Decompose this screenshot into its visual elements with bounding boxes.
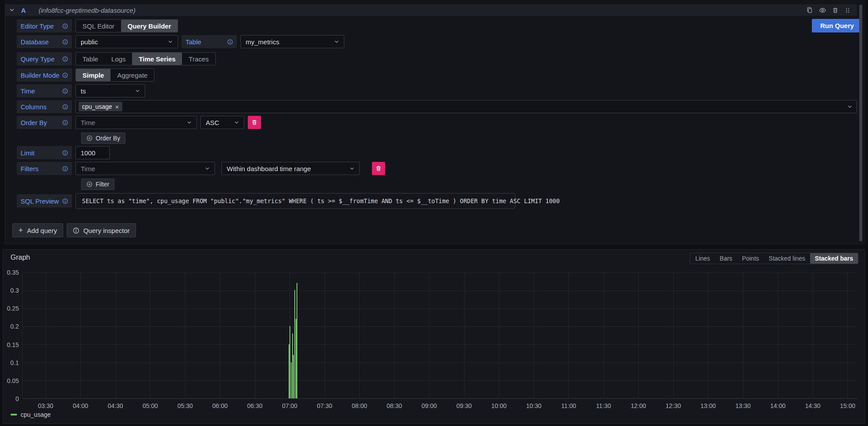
filters-label: Filters <box>17 162 72 175</box>
filter-condition-select[interactable]: Within dashboard time range <box>221 162 360 175</box>
query-type-switch: TableLogsTime SeriesTraces <box>75 52 216 65</box>
remove-filter-button[interactable] <box>372 162 385 175</box>
x-axis-tick-label: 05:30 <box>171 402 199 409</box>
v-gridline <box>708 272 708 398</box>
y-axis-tick-label: 0 <box>2 395 19 402</box>
query-footer: + Add query Query inspector <box>12 223 136 237</box>
v-gridline <box>464 272 464 398</box>
columns-multiselect[interactable]: cpu_usage× <box>75 100 857 113</box>
option-logs[interactable]: Logs <box>105 53 132 65</box>
remove-order-by-button[interactable] <box>248 116 261 129</box>
limit-label: Limit <box>17 146 72 159</box>
plus-circle-icon <box>86 135 93 141</box>
query-row-header[interactable]: A (info8fcc-greptimedb-datasource) <box>5 4 857 16</box>
v-gridline <box>499 272 499 398</box>
v-gridline <box>534 272 534 398</box>
x-axis-tick-label: 13:00 <box>694 402 722 409</box>
x-axis-tick-label: 09:30 <box>450 402 478 409</box>
info-icon[interactable] <box>62 23 68 29</box>
x-axis-tick-label: 06:00 <box>206 402 234 409</box>
info-icon[interactable] <box>62 166 68 172</box>
info-icon[interactable] <box>62 198 68 204</box>
v-gridline <box>778 272 778 398</box>
option-stacked-lines[interactable]: Stacked lines <box>764 253 810 264</box>
legend-series-label[interactable]: cpu_usage <box>21 411 51 418</box>
h-gridline <box>22 308 857 309</box>
time-label: Time <box>17 84 72 97</box>
v-gridline <box>220 272 220 398</box>
x-axis-tick-label: 12:00 <box>625 402 653 409</box>
remove-column-icon[interactable]: × <box>115 104 119 110</box>
vertical-scrollbar[interactable] <box>859 4 862 241</box>
limit-input[interactable]: 1000 <box>75 146 110 159</box>
editor-type-switch: SQL EditorQuery Builder <box>75 19 178 32</box>
table-label: Table <box>182 35 237 48</box>
order-by-field-select[interactable]: Time <box>75 116 197 129</box>
option-table[interactable]: Table <box>76 53 105 65</box>
chart-plot-area: 00.050.10.150.20.250.30.3503:3004:0004:3… <box>22 272 857 399</box>
x-axis-tick-label: 10:00 <box>485 402 513 409</box>
database-select[interactable]: public <box>75 35 178 48</box>
info-icon[interactable] <box>62 39 68 45</box>
v-gridline <box>22 272 23 398</box>
page: A (info8fcc-greptimedb-datasource) Run Q… <box>0 0 868 426</box>
delete-query-icon[interactable] <box>832 7 839 14</box>
x-axis-tick-label: 14:00 <box>764 402 792 409</box>
query-ref-id: A <box>21 7 39 14</box>
collapse-chevron-icon[interactable] <box>5 7 18 13</box>
info-icon[interactable] <box>62 104 68 110</box>
option-query-builder[interactable]: Query Builder <box>121 20 178 32</box>
option-points[interactable]: Points <box>737 253 764 264</box>
chevron-down-icon <box>168 39 173 44</box>
add-filter-button[interactable]: Filter <box>81 179 114 190</box>
y-axis-tick-label: 0.2 <box>2 323 19 330</box>
drag-handle-icon[interactable] <box>844 7 851 14</box>
info-icon[interactable] <box>62 88 68 94</box>
option-bars[interactable]: Bars <box>715 253 737 264</box>
info-icon[interactable] <box>62 120 68 125</box>
chevron-down-icon <box>350 166 354 171</box>
x-axis-tick-label: 08:30 <box>380 402 408 409</box>
chevron-down-icon <box>205 166 210 171</box>
duplicate-query-icon[interactable] <box>806 7 813 14</box>
option-time-series[interactable]: Time Series <box>132 53 182 65</box>
run-query-button[interactable]: Run Query <box>812 19 862 32</box>
chevron-down-icon <box>847 104 852 109</box>
x-axis-tick-label: 11:00 <box>555 402 583 409</box>
option-sql-editor[interactable]: SQL Editor <box>76 20 121 32</box>
filter-field-select[interactable]: Time <box>75 162 215 175</box>
column-chip[interactable]: cpu_usage× <box>79 102 122 111</box>
info-icon[interactable] <box>62 72 68 78</box>
panel-title: Graph <box>11 254 30 261</box>
toggle-visibility-eye-icon[interactable] <box>819 7 826 14</box>
option-simple[interactable]: Simple <box>76 69 111 81</box>
table-select[interactable]: my_metrics <box>240 35 344 48</box>
option-lines[interactable]: Lines <box>690 253 714 264</box>
x-axis-tick-label: 09:00 <box>415 402 443 409</box>
add-order-by-button[interactable]: Order By <box>81 132 125 144</box>
option-aggregate[interactable]: Aggregate <box>111 69 154 81</box>
x-axis-tick-label: 04:30 <box>101 402 129 409</box>
time-column-select[interactable]: ts <box>75 84 145 97</box>
info-icon[interactable] <box>62 150 68 156</box>
v-gridline <box>847 272 848 398</box>
v-gridline <box>80 272 81 398</box>
y-axis-tick-label: 0.3 <box>2 287 19 294</box>
v-gridline <box>673 272 674 398</box>
order-by-direction-select[interactable]: ASC <box>200 116 244 129</box>
y-axis-tick-label: 0.1 <box>2 359 19 366</box>
v-gridline <box>394 272 395 398</box>
x-axis-tick-label: 07:00 <box>276 402 304 409</box>
builder-mode-switch: SimpleAggregate <box>75 68 154 82</box>
add-query-button[interactable]: + Add query <box>12 223 63 237</box>
query-inspector-button[interactable]: Query inspector <box>67 223 136 237</box>
columns-label: Columns <box>17 100 72 113</box>
x-axis-tick-label: 04:00 <box>67 402 95 409</box>
option-stacked-bars[interactable]: Stacked bars <box>810 253 858 264</box>
h-gridline <box>22 362 857 363</box>
info-icon[interactable] <box>62 56 68 62</box>
info-circle-icon <box>73 227 79 234</box>
info-icon[interactable] <box>227 39 233 45</box>
x-axis-tick-label: 05:00 <box>136 402 164 409</box>
option-traces[interactable]: Traces <box>182 53 215 65</box>
